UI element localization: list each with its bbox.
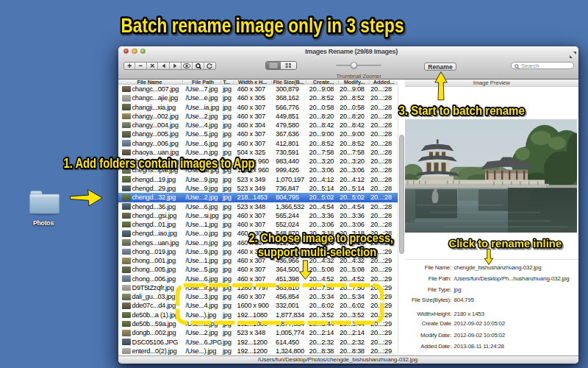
svg-text:Batch rename image only in 3 s: Batch rename image only in 3 steps [122, 15, 405, 38]
svg-text:Batch rename image only in 3 s: Batch rename image only in 3 steps [121, 14, 404, 36]
